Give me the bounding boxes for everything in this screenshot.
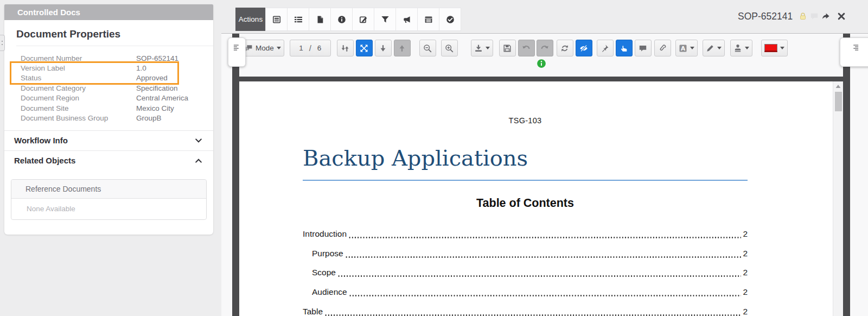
list-icon bbox=[294, 15, 303, 24]
left-panel-toggle[interactable] bbox=[228, 37, 246, 67]
property-label: Document Number bbox=[21, 54, 136, 62]
text-a-icon: A bbox=[679, 44, 687, 53]
tab-form[interactable] bbox=[265, 8, 288, 31]
hand-icon bbox=[620, 44, 628, 53]
toc-entry[interactable]: Table 2 bbox=[303, 307, 748, 316]
chevron-down-icon bbox=[195, 137, 202, 144]
toc-entry[interactable]: Scope 2 bbox=[303, 268, 748, 279]
caret-down-icon bbox=[486, 47, 490, 49]
title-rule bbox=[303, 180, 748, 181]
property-label: Document Site bbox=[21, 104, 136, 112]
eye-slash-icon bbox=[579, 44, 588, 53]
viewer-frame-left bbox=[232, 34, 239, 316]
text-tool-button[interactable]: A bbox=[675, 40, 698, 56]
edit-icon bbox=[359, 15, 368, 24]
mode-label: Mode bbox=[256, 44, 274, 52]
property-row: Document Site Mexico City bbox=[4, 103, 213, 113]
page-current[interactable]: 1 bbox=[299, 44, 303, 52]
toc-entry-label: Table bbox=[303, 307, 323, 316]
tab-calendar[interactable] bbox=[417, 8, 439, 31]
mode-dropdown[interactable]: Mode bbox=[241, 40, 284, 56]
property-value: Mexico City bbox=[136, 104, 174, 112]
scroll-mode-button[interactable] bbox=[337, 40, 354, 56]
workflow-info-label: Workflow Info bbox=[14, 136, 68, 145]
toc-dot-leader bbox=[348, 229, 741, 240]
download-icon bbox=[474, 44, 483, 53]
scroll-up-button[interactable] bbox=[833, 81, 843, 91]
caret-down-icon bbox=[690, 47, 694, 49]
toc-entry[interactable]: Audience 2 bbox=[303, 287, 748, 298]
redo-icon bbox=[540, 44, 549, 53]
property-row: Document Category Specification bbox=[4, 83, 213, 93]
right-panel-toggle[interactable] bbox=[840, 37, 868, 67]
property-row: Document Number SOP-652141 bbox=[4, 53, 213, 63]
draw-tool-button[interactable] bbox=[703, 40, 725, 56]
property-label: Status bbox=[21, 74, 136, 82]
info-badge-icon[interactable] bbox=[537, 59, 546, 68]
tab-announce[interactable] bbox=[395, 8, 418, 31]
attachment-button[interactable] bbox=[654, 40, 671, 56]
doc-code: TSG-103 bbox=[303, 116, 748, 125]
toc-title: Table of Contents bbox=[303, 197, 748, 210]
property-value: SOP-652141 bbox=[136, 54, 178, 62]
lines-left-icon bbox=[233, 43, 241, 52]
document-id-cluster: SOP-652141 bbox=[738, 9, 846, 24]
caret-down-icon bbox=[277, 47, 281, 49]
calendar-icon bbox=[424, 15, 433, 24]
pin-button[interactable] bbox=[597, 40, 614, 56]
zoom-out-button[interactable] bbox=[419, 40, 436, 56]
property-label: Document Category bbox=[21, 84, 136, 92]
related-objects-label: Related Objects bbox=[14, 156, 75, 165]
share-icon[interactable] bbox=[821, 12, 830, 21]
tab-edit[interactable] bbox=[352, 8, 374, 31]
redo-button bbox=[537, 40, 553, 56]
arrow-up-icon bbox=[398, 44, 406, 53]
close-icon[interactable] bbox=[837, 12, 846, 21]
chat-bubble-icon[interactable] bbox=[810, 12, 819, 21]
megaphone-icon bbox=[403, 15, 411, 24]
next-page-button[interactable] bbox=[375, 40, 392, 56]
related-objects-section[interactable]: Related Objects bbox=[4, 150, 213, 170]
property-value: Specification bbox=[136, 84, 178, 92]
workflow-info-section[interactable]: Workflow Info bbox=[4, 130, 213, 150]
stamp-tool-button[interactable] bbox=[730, 40, 752, 56]
download-button[interactable] bbox=[471, 40, 493, 56]
viewer-frame-top bbox=[232, 77, 850, 81]
zoom-in-button[interactable] bbox=[441, 40, 458, 56]
undo-icon bbox=[522, 44, 531, 53]
fit-screen-button[interactable] bbox=[356, 40, 373, 56]
property-label: Document Business Group bbox=[21, 114, 136, 122]
page-scrollbar[interactable] bbox=[833, 81, 843, 316]
reference-documents-header: Reference Documents bbox=[11, 180, 206, 199]
property-value: Central America bbox=[136, 94, 188, 102]
panel-collapse-handle[interactable] bbox=[0, 35, 5, 51]
toc-entry[interactable]: Purpose 2 bbox=[303, 249, 748, 260]
property-label: Version Label bbox=[21, 64, 136, 72]
comment-button[interactable] bbox=[635, 40, 652, 56]
scrollbar-thumb[interactable] bbox=[835, 92, 842, 111]
save-button[interactable] bbox=[499, 40, 516, 56]
page-indicator[interactable]: 1 / 6 bbox=[290, 40, 331, 56]
toc-entry-label: Scope bbox=[312, 268, 336, 277]
document-number-title: SOP-652141 bbox=[738, 11, 793, 22]
tab-info[interactable] bbox=[330, 8, 353, 31]
property-row: Status Approved bbox=[4, 73, 213, 83]
tab-filter[interactable] bbox=[374, 8, 396, 31]
toc-entry[interactable]: Introduction 2 bbox=[303, 229, 748, 240]
document-title: Backup Applications bbox=[303, 146, 528, 170]
tab-list[interactable] bbox=[287, 8, 309, 31]
tab-check[interactable] bbox=[439, 8, 461, 31]
tab-file[interactable] bbox=[309, 8, 331, 31]
refresh-button[interactable] bbox=[557, 40, 573, 56]
viewer-frame-right bbox=[843, 34, 850, 316]
toggle-annotations-button[interactable] bbox=[576, 40, 592, 56]
zoom-out-icon bbox=[423, 44, 432, 53]
pan-button[interactable] bbox=[616, 40, 633, 56]
svg-text:A: A bbox=[681, 45, 686, 52]
color-swatch-icon bbox=[764, 44, 777, 52]
zoom-in-icon bbox=[445, 44, 454, 53]
tab-actions[interactable]: Actions bbox=[235, 8, 266, 31]
color-picker-button[interactable] bbox=[761, 40, 788, 56]
page-slash: / bbox=[309, 43, 311, 53]
toc-entry-page: 2 bbox=[743, 287, 748, 297]
